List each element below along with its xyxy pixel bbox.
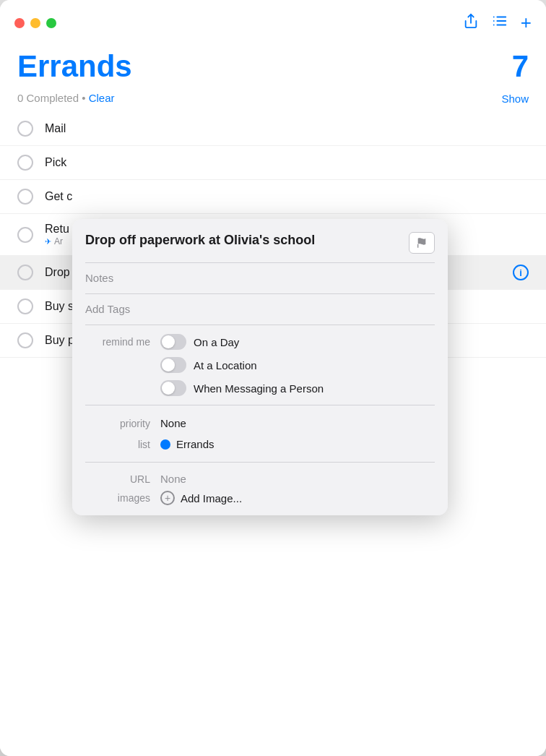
show-button[interactable]: Show [501,93,529,105]
remind-me-label: remind me [85,336,150,348]
remind-section: remind me On a Day At a Location When Me… [72,325,448,405]
reminder-text: Pick [45,156,529,169]
info-icon: i [519,267,522,278]
location-icon: ✈ [45,237,51,246]
share-icon[interactable] [463,13,479,33]
list-row: list Errands [85,434,435,455]
maximize-button[interactable] [46,18,56,28]
on-a-day-toggle[interactable] [160,334,186,350]
add-image-icon[interactable]: + [160,491,175,505]
list-item: Get c [0,180,546,214]
flag-icon [416,237,428,249]
app-window: + Errands 7 0 Completed • Clear Show Mai… [0,0,546,756]
images-label: images [85,492,150,504]
add-image-label: Add Image... [181,492,242,504]
priority-row: priority None [85,413,435,434]
reminders-list: Mail Pick Get c Retu ✈ Ar Drop [0,112,546,756]
page-title: Errands [17,51,132,82]
priority-label: priority [85,418,150,429]
title-bar: + [0,0,546,40]
reminder-checkbox[interactable] [17,189,33,205]
add-image-container[interactable]: + Add Image... [160,491,242,505]
filter-icon[interactable] [492,13,508,33]
clear-button[interactable]: Clear [89,92,115,104]
location-text: Ar [54,236,63,246]
remind-row-day: remind me On a Day [85,334,435,350]
info-button[interactable]: i [513,265,529,280]
flag-button[interactable] [409,232,435,254]
images-row: images + Add Image... [85,488,435,508]
reminder-checkbox[interactable] [17,332,33,348]
url-label: URL [85,473,150,485]
url-section: URL None images + Add Image... [72,463,448,515]
tags-field[interactable]: Add Tags [72,294,448,325]
remind-row-location: At a Location [85,357,435,373]
close-button[interactable] [14,18,25,28]
tags-placeholder: Add Tags [85,303,130,315]
messaging-label: When Messaging a Person [194,382,324,395]
traffic-lights [14,18,56,28]
at-location-label: At a Location [194,359,257,371]
meta-section: priority None list Errands [72,405,448,462]
detail-popup: Drop off paperwork at Olivia's school No… [72,219,448,515]
url-row: URL None [85,470,435,488]
popup-header: Drop off paperwork at Olivia's school [72,219,448,262]
reminder-checkbox[interactable] [17,121,33,137]
messaging-toggle[interactable] [160,380,186,396]
at-location-toggle[interactable] [160,357,186,373]
completed-bar: 0 Completed • Clear Show [0,87,546,112]
reminder-checkbox[interactable] [17,265,33,280]
popup-title: Drop off paperwork at Olivia's school [85,232,400,249]
reminder-checkbox[interactable] [17,155,33,171]
add-reminder-icon[interactable]: + [521,12,532,34]
reminder-checkbox[interactable] [17,227,33,243]
completed-section: 0 Completed • Clear [17,92,115,105]
url-value: None [160,473,186,485]
on-a-day-label: On a Day [194,336,239,348]
reminder-checkbox[interactable] [17,298,33,314]
reminder-text: Get c [45,190,529,203]
list-label: list [85,439,150,450]
list-item: Mail [0,112,546,146]
list-color-dot [160,439,170,450]
list-item: Pick [0,146,546,180]
remind-row-messaging: When Messaging a Person [85,380,435,396]
completed-text: 0 Completed • [17,92,89,104]
toolbar: + [463,12,532,34]
notes-field[interactable]: Notes [72,263,448,293]
priority-value: None [160,417,186,429]
notes-placeholder: Notes [85,272,113,284]
reminder-text: Mail [45,122,529,135]
count-badge: 7 [512,51,529,82]
header: Errands 7 [0,40,546,87]
list-value: Errands [176,438,214,450]
minimize-button[interactable] [30,18,40,28]
